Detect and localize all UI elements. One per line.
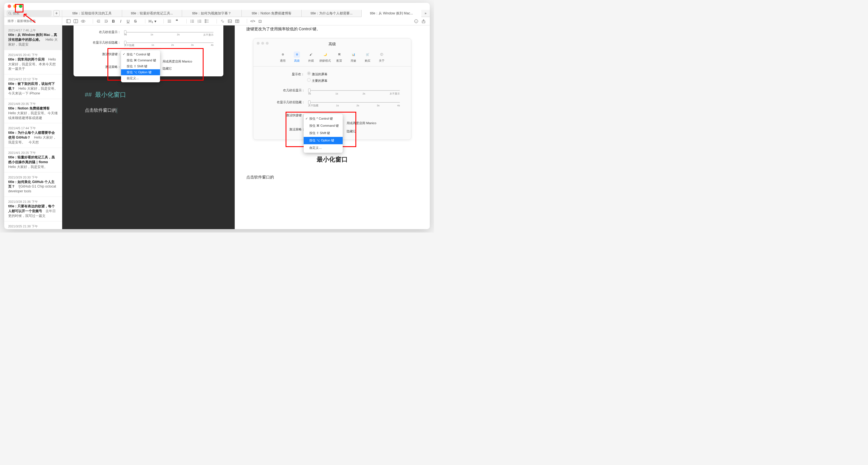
bold-icon[interactable]: B [110,19,117,24]
layout-split-icon[interactable] [72,19,79,24]
tabs-container: title：近期值得关注的工具title：轻量好看的笔记工具...title：如… [62,10,421,17]
hide-after-label: 在显示几秒后隐藏： [78,40,123,45]
dropdown-item: 按住 ^ Control 键 [304,115,343,122]
note-item[interactable]: 2021/4/12 22:12 下午 title：被下架的应用，该如何下载？ H… [4,75,62,99]
share-icon[interactable] [420,19,427,24]
note-item[interactable]: 2021/4/15 20:41 下午 title：我常用的两个应用 Hello … [4,50,62,75]
embedded-window-title: 高级 [329,41,336,47]
number-list-icon[interactable]: 123 [196,19,203,24]
main-area: 2021/4/17 7:46 上午 title：从 Window 换到 Mac，… [4,25,430,229]
note-list-sidebar[interactable]: 2021/4/17 7:46 上午 title：从 Window 换到 Mac，… [4,25,62,229]
checklist-icon[interactable] [204,19,210,24]
settings-tab-购买: 🛒购买 [361,52,375,63]
minimize-button[interactable] [13,4,17,8]
svg-point-7 [83,21,84,22]
svg-rect-31 [205,22,206,23]
svg-point-6 [81,20,85,22]
editor-pane[interactable]: 在几秒后显示： 0s1s2s从不显示 在显示几秒后隐藏： 从不隐藏1s2s3s4… [62,25,235,229]
svg-line-1 [10,14,11,15]
layout-sidebar-icon[interactable] [65,19,72,24]
radio-main-screen: 主要的屏幕 [307,78,328,84]
table-icon[interactable] [234,19,241,24]
svg-rect-29 [205,20,206,21]
preview-icon[interactable] [80,19,87,24]
code-icon[interactable]: </> [249,19,256,24]
editor-heading[interactable]: ##最小化窗口 [85,90,223,99]
align-icon[interactable] [166,19,173,24]
search-placeholder: 搜索 [13,11,20,16]
heading-prefix: ## [85,91,92,98]
image-icon[interactable] [226,19,233,24]
search-input[interactable]: 搜索 [6,10,52,17]
settings-tab-icon: 📊 [350,52,356,58]
maximize-button[interactable] [19,4,22,8]
tab-3[interactable]: title：Notion 免费搭建博客 [242,10,302,17]
title-bar [4,3,430,10]
tab-5[interactable]: title：从 Window 换到 Mac... [362,10,421,17]
tab-2[interactable]: title：如何为视频加字幕？ [182,10,242,17]
settings-tab-icon: 🖌 [308,52,314,58]
hide-after-slider: 从不隐藏1s2s3s4s [124,42,214,43]
display-on-label: 显示在： [259,71,307,77]
note-body: title：轻量好看的笔记工具，虽然小但操作真的骚｜flomo Hello 大家… [8,155,58,169]
show-after-label: 在几秒后显示： [78,30,123,34]
note-body: title：被下架的应用，该如何下载？ Hello 大家好，我是安哥。 今天来说… [8,82,58,96]
dropdown-item: 按住 ⌥ Option 键 [304,137,343,144]
heading-icon[interactable]: H₁ ▾ [148,19,157,24]
show-after-slider-2: 0s1s2s从不显示 [308,90,400,91]
math-icon[interactable]: ⊡ [257,19,264,24]
add-note-button[interactable]: + [54,10,60,17]
tab-overflow-button[interactable]: » [421,11,430,15]
settings-tab-icon: 🌙 [322,52,328,58]
note-item[interactable]: 2021/4/17 7:46 上午 title：从 Window 换到 Mac，… [4,25,62,50]
svg-point-34 [229,20,229,21]
radio-active-screen: 激活的屏幕 [307,71,328,77]
note-item[interactable]: 2021/4/8 20:35 下午 title：Notion 免费搭建博客 He… [4,99,62,124]
outdent-icon[interactable] [95,19,102,24]
settings-tab-外观: 🖌外观 [304,52,318,63]
note-item[interactable]: 2021/4/5 17:44 下午 title：为什么每个人都需要学会使用 Gi… [4,123,62,148]
italic-icon[interactable]: I [117,19,124,24]
note-date: 2021/3/25 21:38 下午 [8,224,58,229]
note-date: 2021/4/15 20:41 下午 [8,53,58,57]
note-body: title：为什么每个人都需要学会使用 GitHub？ Hello 大家好，我是… [8,130,58,145]
toolbar-row: 排序：最新增加在前 B I U S H₁ ▾ [4,17,430,25]
preview-pane[interactable]: 捷键更改为了使用频率较低的 Control 键。 高级 ⚙通用⚙高级🖌外观🌙静默… [235,25,430,229]
tab-0[interactable]: title：近期值得关注的工具 [62,10,122,17]
editor-paragraph[interactable]: 点击软件窗口的 [85,108,223,113]
dropdown-item: 按住 ⇧ Shift 键 [121,63,160,69]
sort-label[interactable]: 排序：最新增加在前 [4,17,62,25]
show-after-label-2: 在几秒后显示： [259,88,307,93]
info-icon[interactable]: i [413,19,420,24]
settings-tab-icon: ⓘ [379,52,385,58]
strikethrough-icon[interactable]: S [132,19,139,24]
embedded-settings-screenshot-2: 高级 ⚙通用⚙高级🖌外观🌙静默模式🛠配置📊用量🛒购买ⓘ关于 显示在： 激活的屏幕… [253,38,411,140]
hide-after-slider-2: 从不隐藏1s2s3s4s [308,102,400,103]
underline-icon[interactable]: U [125,19,131,24]
dropdown-item: 按住 ⇧ Shift 键 [304,129,343,137]
dropdown-item: 按住 ⌘ Command 键 [121,57,160,63]
tab-4[interactable]: title：为什么每个人都需要... [302,10,362,17]
note-item[interactable]: 2021/4/1 20:25 下午 title：轻量好看的笔记工具，虽然小但操作… [4,148,62,173]
note-date: 2021/4/17 7:46 上午 [8,28,58,32]
settings-tab-高级: ⚙高级 [290,52,304,63]
preview-paragraph: 点击软件窗口的 [246,174,419,181]
close-button[interactable] [8,4,11,8]
tab-1[interactable]: title：轻量好看的笔记工具... [122,10,182,17]
link-icon[interactable] [219,19,226,24]
indent-icon[interactable] [103,19,110,24]
note-item[interactable]: 2021/3/25 21:38 下午 [4,222,62,229]
show-after-slider: 0s1s2s从不显示 [124,32,214,32]
embedded-tabs: ⚙通用⚙高级🖌外观🌙静默模式🛠配置📊用量🛒购买ⓘ关于 [253,50,411,66]
note-date: 2021/4/12 22:12 下午 [8,77,58,82]
note-item[interactable]: 2021/3/28 21:36 下午 title：只要有表达的欲望，每个人都可以… [4,197,62,222]
embedded-traffic-lights [257,42,269,45]
bullet-list-icon[interactable] [189,19,196,24]
note-body: title：如何美化 GitHub 个人主页？ ![GitHub G1 Chip… [8,180,58,194]
settings-tab-配置: 🛠配置 [332,52,346,63]
settings-tab-静默模式: 🌙静默模式 [318,52,332,63]
quote-icon[interactable]: ❝ [173,19,180,24]
hotkey-dropdown-1: 按住 ^ Control 键按住 ⌘ Command 键按住 ⇧ Shift 键… [121,50,160,82]
hide-after-label-2: 在显示几秒后隐藏： [259,99,307,105]
note-item[interactable]: 2021/3/29 20:30 下午 title：如何美化 GitHub 个人主… [4,173,62,197]
